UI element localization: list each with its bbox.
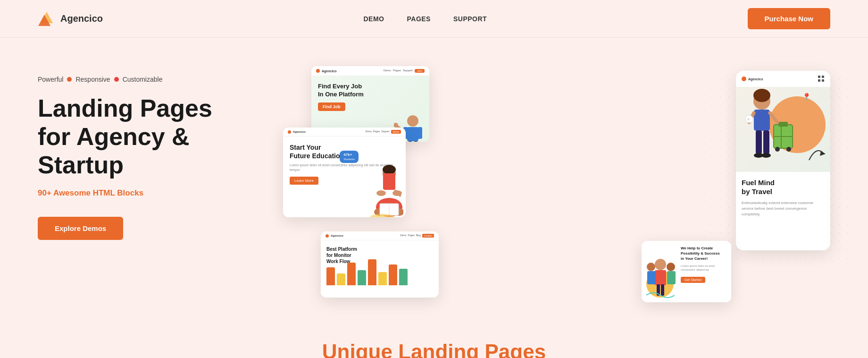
travel-description: Enthusiastically extend extensive custom…: [742, 200, 825, 217]
career-text-area: We Help to CreatePossibility & Successin…: [681, 246, 726, 298]
hero-badges: Powerful Responsive Customizable: [38, 76, 264, 83]
arrow-decoration: [807, 144, 826, 162]
mini-chart: [326, 266, 433, 285]
hero-demo-cards: Agencico Demo Pages Support Join Find Ev…: [283, 66, 830, 302]
svg-marker-39: [820, 151, 826, 156]
card-monitor-title: Best Platformfor MonitorWork Flow: [326, 246, 433, 264]
nav-pages[interactable]: PAGES: [407, 15, 430, 23]
svg-rect-12: [383, 173, 395, 190]
chart-bar-6: [378, 272, 387, 285]
logo-icon: [38, 10, 56, 28]
chart-bar-1: [326, 267, 335, 285]
chart-bar-7: [389, 264, 397, 285]
career-title: We Help to CreatePossibility & Successin…: [681, 246, 726, 262]
bottom-title: Unique Landing Pages: [38, 340, 830, 358]
card-job-title: Find Every JobIn One Platform: [318, 83, 423, 99]
chart-bar-4: [358, 270, 366, 285]
svg-rect-29: [754, 110, 770, 131]
card-job-button[interactable]: Find Job: [318, 102, 345, 111]
explore-demos-button[interactable]: Explore Demos: [38, 217, 123, 240]
squiggle-decoration: [646, 290, 675, 300]
svg-rect-7: [414, 141, 418, 142]
logo-area[interactable]: Agencico: [38, 10, 103, 28]
card-education: Agencico Demo Pages Support Demo Start Y…: [283, 128, 406, 217]
svg-point-36: [753, 89, 770, 102]
hero-subtitle: 90+ Awesome HTML Blocks: [38, 188, 264, 198]
purchase-button[interactable]: Purchase Now: [748, 8, 830, 29]
card-monitor: Agencico Demo Pages Blog Contact Best Pl…: [321, 231, 439, 298]
svg-point-2: [407, 115, 418, 127]
svg-point-26: [775, 147, 780, 152]
svg-rect-43: [647, 271, 656, 284]
travel-logo: Agencico: [742, 77, 763, 81]
career-desc: Lorem ipsum dolor sit amet consectetur a…: [681, 264, 726, 272]
career-button[interactable]: Get Started: [681, 277, 705, 283]
hero-section: Powerful Responsive Customizable Landing…: [0, 38, 868, 321]
nav-demo[interactable]: DEMO: [363, 15, 384, 23]
main-nav: DEMO PAGES SUPPORT: [363, 15, 487, 23]
chart-bar-3: [347, 263, 356, 285]
badge-responsive: Responsive: [75, 76, 110, 83]
travel-image-area: 📍: [736, 87, 830, 172]
svg-rect-33: [763, 130, 769, 154]
svg-line-30: [770, 113, 777, 122]
svg-point-27: [786, 147, 791, 152]
svg-point-44: [667, 263, 675, 271]
svg-point-42: [647, 263, 655, 271]
location-pin-icon: 📍: [802, 93, 811, 102]
grid-menu-icon[interactable]: [818, 76, 825, 82]
education-girl-figure: [363, 165, 403, 217]
svg-rect-32: [756, 130, 762, 154]
dot-separator-2: [114, 77, 119, 82]
svg-point-14: [376, 190, 386, 196]
dot-separator-1: [67, 77, 72, 82]
chart-bar-2: [337, 273, 345, 285]
card-edu-button[interactable]: Learn More: [290, 177, 318, 185]
chart-bar-8: [399, 269, 408, 285]
bottom-section: Unique Landing Pages: [0, 321, 868, 358]
card-edu-inner: Start YourFuture Education Lorem ipsum d…: [283, 136, 406, 217]
badge-powerful: Powerful: [38, 76, 63, 83]
travel-title: Fuel Mindby Travel: [742, 179, 825, 196]
card-monitor-inner: Best Platformfor MonitorWork Flow: [321, 240, 439, 298]
hero-left-content: Powerful Responsive Customizable Landing…: [38, 66, 264, 240]
svg-rect-23: [778, 122, 788, 127]
site-header: Agencico DEMO PAGES SUPPORT Purchase Now: [0, 0, 868, 38]
chart-bar-5: [368, 259, 376, 285]
svg-rect-5: [417, 127, 422, 139]
svg-point-35: [761, 153, 771, 158]
hero-title: Landing Pages for Agency & Startup: [38, 94, 264, 179]
svg-rect-3: [407, 127, 418, 141]
nav-support[interactable]: SUPPORT: [453, 15, 487, 23]
svg-rect-6: [408, 141, 412, 142]
logo-text: Agencico: [60, 13, 103, 24]
card-career: We Help to CreatePossibility & Successin…: [642, 241, 731, 302]
svg-rect-41: [655, 270, 666, 285]
career-people-group: [646, 246, 677, 298]
card-travel-inner: Agencico 📍: [736, 71, 830, 250]
card-travel: Agencico 📍: [736, 71, 830, 250]
travel-header: Agencico: [736, 71, 830, 87]
svg-point-11: [383, 165, 396, 174]
travel-content: Fuel Mindby Travel Enthusiastically exte…: [736, 172, 830, 224]
svg-rect-45: [667, 271, 676, 284]
badge-customizable: Customizable: [123, 76, 163, 83]
travel-woman-figure: ?: [741, 87, 802, 172]
svg-text:?: ?: [747, 118, 750, 122]
svg-point-40: [655, 259, 666, 270]
